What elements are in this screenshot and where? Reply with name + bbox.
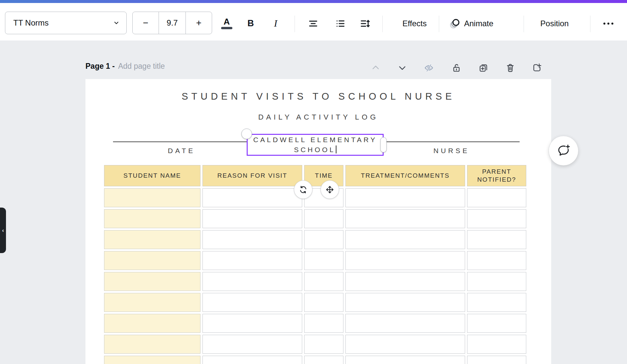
more-options-button[interactable] bbox=[600, 17, 616, 30]
bold-button[interactable]: B bbox=[242, 14, 259, 33]
font-family-select[interactable]: TT Norms bbox=[5, 12, 127, 34]
workspace: Page 1 - Add page title bbox=[0, 41, 627, 364]
text-color-button[interactable]: A bbox=[218, 14, 235, 33]
table-cell[interactable] bbox=[345, 230, 465, 249]
chevron-left-icon: ‹ bbox=[2, 228, 4, 233]
table-cell[interactable] bbox=[467, 335, 526, 354]
animate-button[interactable]: Animate bbox=[448, 16, 493, 31]
table-cell[interactable] bbox=[104, 188, 200, 207]
font-size-decrease-button[interactable]: − bbox=[133, 12, 159, 34]
expand-side-panel-tab[interactable]: ‹ bbox=[0, 208, 6, 253]
table-cell[interactable] bbox=[202, 209, 302, 228]
table-cell[interactable] bbox=[345, 314, 465, 333]
table-cell[interactable] bbox=[304, 314, 343, 333]
table-header-cell[interactable]: REASON FOR VISIT bbox=[202, 165, 302, 186]
table-cell[interactable] bbox=[467, 356, 526, 364]
selection-side-handle[interactable] bbox=[380, 137, 387, 152]
table-cell[interactable] bbox=[104, 293, 200, 312]
table-cell[interactable] bbox=[304, 230, 343, 249]
table-cell[interactable] bbox=[304, 293, 343, 312]
table-cell[interactable] bbox=[202, 230, 302, 249]
table-cell[interactable] bbox=[202, 356, 302, 364]
table-cell[interactable] bbox=[467, 188, 526, 207]
table-cell[interactable] bbox=[304, 356, 343, 364]
trash-icon bbox=[505, 63, 515, 73]
table-cell[interactable] bbox=[467, 272, 526, 291]
table-cell[interactable] bbox=[202, 251, 302, 270]
table-cell[interactable] bbox=[467, 314, 526, 333]
table-cell[interactable] bbox=[104, 335, 200, 354]
add-page-icon bbox=[532, 63, 542, 73]
table-cell[interactable] bbox=[345, 188, 465, 207]
table-cell[interactable] bbox=[202, 314, 302, 333]
move-handle-button[interactable] bbox=[321, 181, 339, 199]
italic-button[interactable]: I bbox=[267, 14, 284, 33]
table-cell[interactable] bbox=[202, 272, 302, 291]
table-cell[interactable] bbox=[345, 356, 465, 364]
rotate-handle-button[interactable] bbox=[294, 181, 312, 199]
table-cell[interactable] bbox=[304, 272, 343, 291]
page-title-field[interactable]: Page 1 - Add page title bbox=[85, 62, 165, 71]
font-family-value: TT Norms bbox=[13, 18, 49, 28]
move-page-up-button[interactable] bbox=[371, 63, 381, 73]
bullet-list-button[interactable] bbox=[334, 17, 347, 30]
table-cell[interactable] bbox=[467, 251, 526, 270]
effects-button[interactable]: Effects bbox=[392, 19, 437, 28]
document-title[interactable]: STUDENT VISITS TO SCHOOL NURSE bbox=[85, 91, 551, 102]
table-cell[interactable] bbox=[467, 293, 526, 312]
table-header-cell[interactable]: TREATMENT/COMMENTS bbox=[345, 165, 465, 186]
table-cell[interactable] bbox=[104, 356, 200, 364]
table-cell[interactable] bbox=[104, 251, 200, 270]
selected-school-textbox[interactable]: CALDWELL ELEMENTARY SCHOOL bbox=[247, 134, 384, 156]
text-color-swatch bbox=[221, 27, 232, 29]
table-header-cell[interactable]: PARENT NOTIFIED? bbox=[467, 165, 526, 186]
move-page-down-button[interactable] bbox=[397, 63, 407, 73]
table-cell[interactable] bbox=[104, 272, 200, 291]
table-cell[interactable] bbox=[104, 209, 200, 228]
font-size-stepper: − 9.7 + bbox=[132, 12, 212, 34]
table-cell[interactable] bbox=[345, 293, 465, 312]
table-cell[interactable] bbox=[345, 272, 465, 291]
selection-corner-handle[interactable] bbox=[241, 129, 252, 139]
table-cell[interactable] bbox=[304, 335, 343, 354]
toolbar-divider bbox=[524, 16, 524, 32]
table-cell[interactable] bbox=[202, 188, 302, 207]
table-cell[interactable] bbox=[467, 209, 526, 228]
line-spacing-button[interactable] bbox=[359, 17, 371, 30]
table-cell[interactable] bbox=[104, 314, 200, 333]
table-cell[interactable] bbox=[304, 209, 343, 228]
add-comment-icon bbox=[556, 143, 571, 158]
move-icon bbox=[325, 185, 334, 194]
table-cell[interactable] bbox=[345, 335, 465, 354]
bullet-list-icon bbox=[335, 18, 346, 29]
text-align-button[interactable] bbox=[307, 17, 319, 30]
document-subtitle[interactable]: DAILY ACTIVITY LOG bbox=[85, 113, 551, 122]
position-button[interactable]: Position bbox=[532, 19, 577, 28]
lock-page-button[interactable] bbox=[451, 63, 461, 73]
add-page-button[interactable] bbox=[532, 63, 542, 73]
table-cell[interactable] bbox=[345, 209, 465, 228]
table-cell[interactable] bbox=[345, 251, 465, 270]
school-name-line2: SCHOOL bbox=[294, 145, 336, 155]
unlock-icon bbox=[451, 63, 461, 73]
table-cell[interactable] bbox=[202, 335, 302, 354]
font-size-increase-button[interactable]: + bbox=[186, 12, 212, 34]
editor-screen: TT Norms − 9.7 + A B I bbox=[0, 0, 627, 364]
toolbar-divider bbox=[295, 16, 295, 32]
hide-page-button[interactable] bbox=[424, 63, 434, 73]
add-comment-button[interactable] bbox=[549, 136, 578, 165]
table-cell[interactable] bbox=[202, 293, 302, 312]
duplicate-page-button[interactable] bbox=[478, 63, 488, 73]
toolbar-divider bbox=[590, 16, 590, 32]
design-page[interactable]: STUDENT VISITS TO SCHOOL NURSE DAILY ACT… bbox=[85, 79, 551, 364]
table-header-cell[interactable]: STUDENT NAME bbox=[104, 165, 200, 186]
text-cursor bbox=[336, 145, 336, 153]
table-cell[interactable] bbox=[104, 230, 200, 249]
table-cell[interactable] bbox=[467, 230, 526, 249]
delete-page-button[interactable] bbox=[505, 63, 515, 73]
date-label[interactable]: DATE bbox=[148, 147, 215, 155]
nurse-label[interactable]: NURSE bbox=[418, 147, 485, 155]
table-cell[interactable] bbox=[304, 251, 343, 270]
font-size-value[interactable]: 9.7 bbox=[159, 12, 186, 34]
chevron-down-icon bbox=[113, 20, 120, 26]
